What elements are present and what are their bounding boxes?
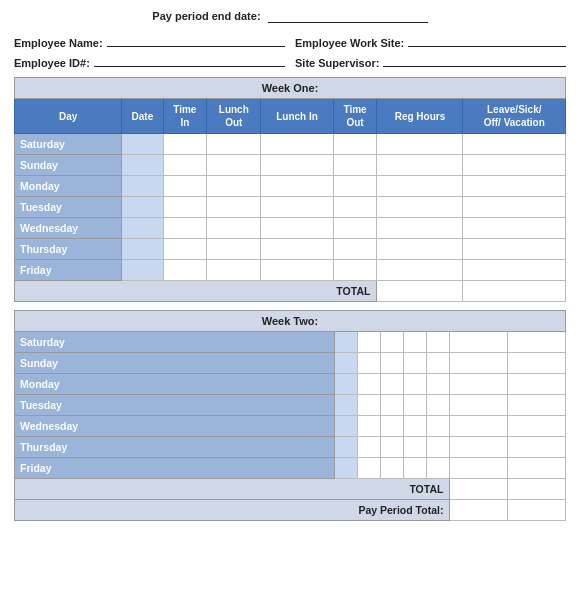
lunch-in-wednesday-w1[interactable] xyxy=(261,218,333,239)
lunch-in-friday-w1[interactable] xyxy=(261,260,333,281)
time-out-friday-w2[interactable] xyxy=(427,458,450,479)
time-in-tuesday-w2[interactable] xyxy=(357,395,380,416)
reg-hours-thursday-w1[interactable] xyxy=(377,239,463,260)
lunch-out-friday-w2[interactable] xyxy=(381,458,404,479)
pay-period-total-leave[interactable] xyxy=(508,500,566,521)
week-one-total-leave[interactable] xyxy=(463,281,566,302)
reg-hours-monday-w2[interactable] xyxy=(450,374,508,395)
leave-monday-w2[interactable] xyxy=(508,374,566,395)
time-in-wednesday-w1[interactable] xyxy=(163,218,207,239)
time-in-saturday-w2[interactable] xyxy=(357,332,380,353)
leave-sunday-w2[interactable] xyxy=(508,353,566,374)
lunch-out-wednesday-w1[interactable] xyxy=(207,218,261,239)
time-out-monday-w2[interactable] xyxy=(427,374,450,395)
time-in-monday-w1[interactable] xyxy=(163,176,207,197)
reg-hours-sunday-w1[interactable] xyxy=(377,155,463,176)
lunch-in-thursday-w2[interactable] xyxy=(404,437,427,458)
leave-tuesday-w2[interactable] xyxy=(508,395,566,416)
time-out-sunday-w1[interactable] xyxy=(333,155,377,176)
reg-hours-friday-w2[interactable] xyxy=(450,458,508,479)
reg-hours-thursday-w2[interactable] xyxy=(450,437,508,458)
time-out-saturday-w2[interactable] xyxy=(427,332,450,353)
leave-friday-w1[interactable] xyxy=(463,260,566,281)
lunch-in-sunday-w2[interactable] xyxy=(404,353,427,374)
lunch-out-thursday-w2[interactable] xyxy=(381,437,404,458)
date-wednesday-w2[interactable] xyxy=(334,416,357,437)
leave-wednesday-w1[interactable] xyxy=(463,218,566,239)
leave-wednesday-w2[interactable] xyxy=(508,416,566,437)
date-saturday-w2[interactable] xyxy=(334,332,357,353)
lunch-out-monday-w1[interactable] xyxy=(207,176,261,197)
site-supervisor-input[interactable] xyxy=(383,53,566,67)
time-in-thursday-w1[interactable] xyxy=(163,239,207,260)
date-wednesday-w1[interactable] xyxy=(122,218,163,239)
time-out-wednesday-w1[interactable] xyxy=(333,218,377,239)
leave-saturday-w1[interactable] xyxy=(463,134,566,155)
date-thursday-w1[interactable] xyxy=(122,239,163,260)
lunch-in-monday-w1[interactable] xyxy=(261,176,333,197)
lunch-out-saturday-w2[interactable] xyxy=(381,332,404,353)
time-out-sunday-w2[interactable] xyxy=(427,353,450,374)
lunch-out-tuesday-w1[interactable] xyxy=(207,197,261,218)
date-sunday-w2[interactable] xyxy=(334,353,357,374)
time-in-thursday-w2[interactable] xyxy=(357,437,380,458)
week-two-total-hours[interactable] xyxy=(450,479,508,500)
lunch-in-thursday-w1[interactable] xyxy=(261,239,333,260)
leave-sunday-w1[interactable] xyxy=(463,155,566,176)
lunch-out-monday-w2[interactable] xyxy=(381,374,404,395)
time-in-sunday-w2[interactable] xyxy=(357,353,380,374)
lunch-out-friday-w1[interactable] xyxy=(207,260,261,281)
leave-thursday-w2[interactable] xyxy=(508,437,566,458)
lunch-out-sunday-w2[interactable] xyxy=(381,353,404,374)
time-out-monday-w1[interactable] xyxy=(333,176,377,197)
lunch-out-thursday-w1[interactable] xyxy=(207,239,261,260)
time-out-tuesday-w2[interactable] xyxy=(427,395,450,416)
reg-hours-saturday-w1[interactable] xyxy=(377,134,463,155)
time-in-friday-w2[interactable] xyxy=(357,458,380,479)
leave-tuesday-w1[interactable] xyxy=(463,197,566,218)
reg-hours-saturday-w2[interactable] xyxy=(450,332,508,353)
lunch-out-wednesday-w2[interactable] xyxy=(381,416,404,437)
date-saturday-w1[interactable] xyxy=(122,134,163,155)
lunch-in-wednesday-w2[interactable] xyxy=(404,416,427,437)
employee-id-input[interactable] xyxy=(94,53,285,67)
time-out-saturday-w1[interactable] xyxy=(333,134,377,155)
date-tuesday-w2[interactable] xyxy=(334,395,357,416)
time-in-monday-w2[interactable] xyxy=(357,374,380,395)
time-out-wednesday-w2[interactable] xyxy=(427,416,450,437)
reg-hours-tuesday-w2[interactable] xyxy=(450,395,508,416)
date-sunday-w1[interactable] xyxy=(122,155,163,176)
time-in-wednesday-w2[interactable] xyxy=(357,416,380,437)
lunch-in-saturday-w1[interactable] xyxy=(261,134,333,155)
leave-saturday-w2[interactable] xyxy=(508,332,566,353)
reg-hours-friday-w1[interactable] xyxy=(377,260,463,281)
lunch-in-friday-w2[interactable] xyxy=(404,458,427,479)
reg-hours-sunday-w2[interactable] xyxy=(450,353,508,374)
week-two-total-leave[interactable] xyxy=(508,479,566,500)
employee-name-input[interactable] xyxy=(107,33,285,47)
lunch-in-sunday-w1[interactable] xyxy=(261,155,333,176)
lunch-out-tuesday-w2[interactable] xyxy=(381,395,404,416)
time-in-saturday-w1[interactable] xyxy=(163,134,207,155)
leave-thursday-w1[interactable] xyxy=(463,239,566,260)
date-friday-w2[interactable] xyxy=(334,458,357,479)
time-out-thursday-w1[interactable] xyxy=(333,239,377,260)
date-friday-w1[interactable] xyxy=(122,260,163,281)
pay-period-total-hours[interactable] xyxy=(450,500,508,521)
time-out-friday-w1[interactable] xyxy=(333,260,377,281)
leave-monday-w1[interactable] xyxy=(463,176,566,197)
date-monday-w2[interactable] xyxy=(334,374,357,395)
lunch-out-saturday-w1[interactable] xyxy=(207,134,261,155)
date-tuesday-w1[interactable] xyxy=(122,197,163,218)
employee-worksite-input[interactable] xyxy=(408,33,566,47)
time-out-tuesday-w1[interactable] xyxy=(333,197,377,218)
date-monday-w1[interactable] xyxy=(122,176,163,197)
date-thursday-w2[interactable] xyxy=(334,437,357,458)
lunch-out-sunday-w1[interactable] xyxy=(207,155,261,176)
reg-hours-tuesday-w1[interactable] xyxy=(377,197,463,218)
reg-hours-wednesday-w2[interactable] xyxy=(450,416,508,437)
reg-hours-wednesday-w1[interactable] xyxy=(377,218,463,239)
time-out-thursday-w2[interactable] xyxy=(427,437,450,458)
reg-hours-monday-w1[interactable] xyxy=(377,176,463,197)
lunch-in-tuesday-w2[interactable] xyxy=(404,395,427,416)
